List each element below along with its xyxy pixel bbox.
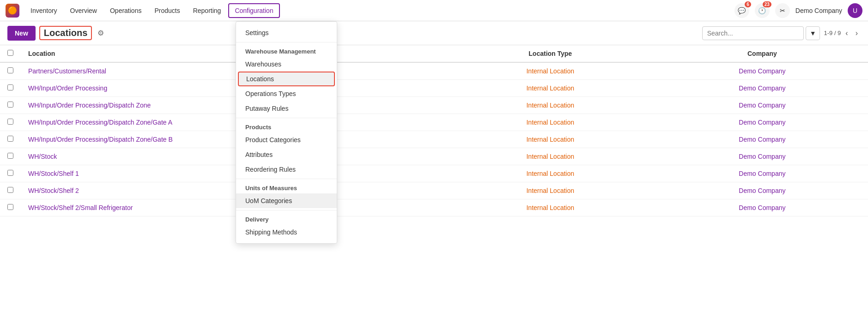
location-link-4[interactable]: WH/Input/Order Processing/Dispatch Zone/…	[28, 136, 173, 143]
type-link-8[interactable]: Internal Location	[526, 204, 574, 211]
row-checkbox-1[interactable]	[7, 84, 13, 90]
pagination-next[interactable]: ›	[853, 28, 861, 38]
nav-reporting[interactable]: Reporting	[188, 4, 227, 17]
col-header-type: Location Type	[444, 45, 656, 62]
messages-count: 6	[745, 1, 751, 7]
location-link-1[interactable]: WH/Input/Order Processing	[28, 84, 107, 92]
table-row: WH/Input/Order Processing Internal Locat…	[0, 80, 868, 97]
type-link-1[interactable]: Internal Location	[526, 84, 574, 92]
search-filter-dropdown[interactable]: ▼	[806, 26, 820, 40]
company-link-1[interactable]: Demo Company	[739, 84, 785, 92]
type-link-2[interactable]: Internal Location	[526, 102, 574, 109]
company-name[interactable]: Demo Company	[795, 7, 842, 14]
company-link-6[interactable]: Demo Company	[739, 170, 785, 177]
menu-section-products: Products	[236, 120, 337, 132]
menu-attributes[interactable]: Attributes	[236, 147, 337, 162]
type-link-4[interactable]: Internal Location	[526, 136, 574, 143]
company-link-8[interactable]: Demo Company	[739, 204, 785, 211]
menu-section-uom: Units of Measures	[236, 181, 337, 193]
type-link-0[interactable]: Internal Location	[526, 67, 574, 75]
type-link-6[interactable]: Internal Location	[526, 170, 574, 177]
row-checkbox-2[interactable]	[7, 102, 13, 108]
company-link-5[interactable]: Demo Company	[739, 153, 785, 160]
pagination-prev[interactable]: ‹	[843, 28, 850, 38]
row-checkbox-4[interactable]	[7, 136, 13, 142]
location-link-2[interactable]: WH/Input/Order Processing/Dispatch Zone	[28, 102, 151, 109]
type-link-5[interactable]: Internal Location	[526, 153, 574, 160]
location-link-7[interactable]: WH/Stock/Shelf 2	[28, 187, 79, 194]
company-link-2[interactable]: Demo Company	[739, 102, 785, 109]
search-input[interactable]	[702, 26, 804, 40]
table-row: WH/Input/Order Processing/Dispatch Zone/…	[0, 131, 868, 148]
menu-warehouses[interactable]: Warehouses	[236, 57, 337, 72]
col-header-company: Company	[656, 45, 868, 62]
row-checkbox-8[interactable]	[7, 204, 13, 210]
app-logo: 🟠	[6, 4, 19, 18]
clock-count: 23	[763, 1, 771, 7]
clock-button[interactable]: 🕐 23	[755, 3, 770, 18]
menu-reordering-rules[interactable]: Reordering Rules	[236, 162, 337, 177]
location-link-5[interactable]: WH/Stock	[28, 153, 57, 160]
nav-overview[interactable]: Overview	[65, 4, 103, 17]
row-checkbox-5[interactable]	[7, 153, 13, 159]
tools-button[interactable]: ✂	[775, 3, 790, 18]
menu-settings[interactable]: Settings	[236, 25, 337, 40]
menu-operations-types[interactable]: Operations Types	[236, 86, 337, 101]
company-link-4[interactable]: Demo Company	[739, 136, 785, 143]
nav-products[interactable]: Products	[149, 4, 185, 17]
menu-section-delivery: Delivery	[236, 212, 337, 216]
location-link-3[interactable]: WH/Input/Order Processing/Dispatch Zone/…	[28, 119, 172, 126]
menu-putaway-rules[interactable]: Putaway Rules	[236, 101, 337, 116]
table-row: WH/Stock/Shelf 2/Small Refrigerator Inte…	[0, 199, 868, 216]
page-title: Locations	[39, 26, 92, 40]
location-link-0[interactable]: Partners/Customers/Rental	[28, 67, 106, 75]
table-row: WH/Stock Internal Location Demo Company	[0, 148, 868, 165]
locations-table: Location Location Type Company Partners/…	[0, 45, 868, 216]
table-row: WH/Input/Order Processing/Dispatch Zone …	[0, 97, 868, 114]
table-row: Partners/Customers/Rental Internal Locat…	[0, 62, 868, 80]
row-checkbox-6[interactable]	[7, 170, 13, 176]
menu-product-categories[interactable]: Product Categories	[236, 132, 337, 147]
table-row: WH/Stock/Shelf 2 Internal Location Demo …	[0, 182, 868, 199]
table-header-row: Location Location Type Company	[0, 45, 868, 62]
col-header-location: Location	[21, 45, 444, 62]
settings-gear-icon[interactable]: ⚙	[97, 29, 104, 37]
pagination: 1-9 / 9 ‹ ›	[824, 28, 861, 38]
table-row: WH/Input/Order Processing/Dispatch Zone/…	[0, 114, 868, 131]
nav-inventory[interactable]: Inventory	[25, 4, 63, 17]
menu-section-warehouse: Warehouse Management	[236, 44, 337, 57]
pagination-text: 1-9 / 9	[824, 30, 841, 36]
new-button[interactable]: New	[7, 26, 36, 41]
table-row: WH/Stock/Shelf 1 Internal Location Demo …	[0, 165, 868, 182]
messages-button[interactable]: 💬 6	[734, 3, 749, 18]
company-link-7[interactable]: Demo Company	[739, 187, 785, 194]
user-avatar[interactable]: U	[848, 3, 862, 18]
menu-uom-categories[interactable]: UoM Categories	[236, 193, 337, 208]
nav-operations[interactable]: Operations	[104, 4, 147, 17]
row-checkbox-0[interactable]	[7, 67, 13, 73]
company-link-3[interactable]: Demo Company	[739, 119, 785, 126]
location-link-6[interactable]: WH/Stock/Shelf 1	[28, 170, 79, 177]
type-link-7[interactable]: Internal Location	[526, 187, 574, 194]
type-link-3[interactable]: Internal Location	[526, 119, 574, 126]
row-checkbox-7[interactable]	[7, 187, 13, 193]
menu-locations[interactable]: Locations	[238, 72, 335, 86]
location-link-8[interactable]: WH/Stock/Shelf 2/Small Refrigerator	[28, 204, 133, 211]
nav-configuration[interactable]: Configuration	[228, 3, 279, 18]
configuration-dropdown: Settings Warehouse Management Warehouses…	[236, 21, 337, 216]
search-area: ▼	[702, 26, 820, 40]
company-link-0[interactable]: Demo Company	[739, 67, 785, 75]
toolbar: New Locations ⚙ ▼ 1-9 / 9 ‹ ›	[0, 21, 868, 45]
select-all-checkbox[interactable]	[7, 50, 13, 56]
row-checkbox-3[interactable]	[7, 119, 13, 125]
